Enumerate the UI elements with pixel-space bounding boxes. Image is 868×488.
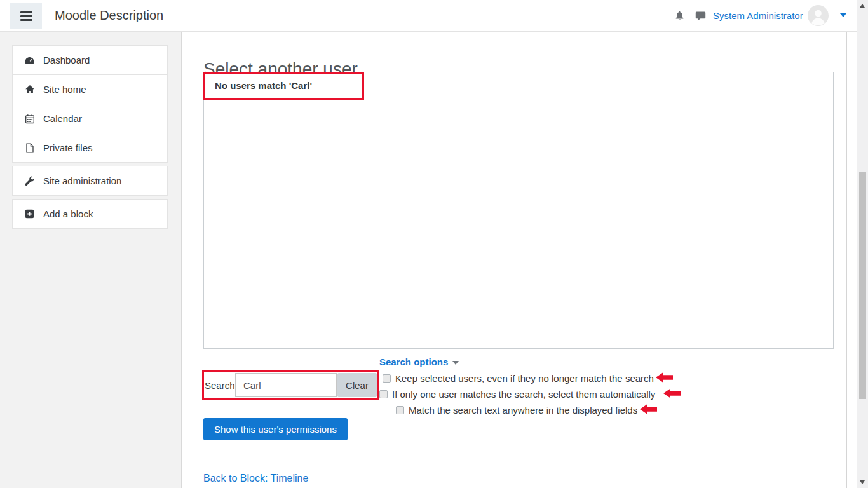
search-options-label: Search options bbox=[379, 356, 448, 367]
scrollbar-thumb[interactable] bbox=[859, 172, 866, 399]
no-users-match-message: No users match 'Carl' bbox=[215, 80, 312, 91]
annotation-arrow-left-icon bbox=[656, 372, 673, 384]
option-row-keep-selected: Keep selected users, even if they no lon… bbox=[383, 372, 673, 384]
user-menu-name[interactable]: System Administrator bbox=[713, 10, 803, 21]
chevron-down-icon bbox=[452, 361, 459, 365]
chat-icon[interactable] bbox=[695, 11, 707, 24]
avatar[interactable] bbox=[808, 5, 829, 26]
home-icon bbox=[24, 85, 35, 94]
keep-selected-checkbox[interactable] bbox=[383, 374, 391, 383]
show-permissions-button[interactable]: Show this user's permissions bbox=[203, 418, 348, 440]
sidebar-item-label: Calendar bbox=[43, 113, 82, 124]
vertical-scrollbar[interactable] bbox=[857, 0, 868, 488]
annotation-arrow-left-icon bbox=[663, 388, 681, 400]
checkbox-label: If only one user matches the search, sel… bbox=[392, 389, 655, 400]
wrench-icon bbox=[24, 176, 35, 186]
top-navbar: Moodle Description System Administrator bbox=[0, 0, 857, 32]
select-automatically-checkbox[interactable] bbox=[379, 390, 388, 398]
sidebar-item-add-a-block[interactable]: Add a block bbox=[12, 199, 168, 229]
search-input[interactable] bbox=[235, 373, 337, 397]
dashboard-icon bbox=[24, 55, 35, 65]
checkbox-label: Keep selected users, even if they no lon… bbox=[395, 373, 654, 384]
search-options-toggle[interactable]: Search options bbox=[379, 356, 459, 367]
checkbox-label: Match the search text anywhere in the di… bbox=[409, 405, 637, 416]
calendar-icon bbox=[24, 114, 35, 124]
site-title: Moodle Description bbox=[55, 8, 163, 23]
clear-button[interactable]: Clear bbox=[337, 373, 377, 397]
sidebar-item-label: Site home bbox=[43, 84, 86, 95]
user-list-box[interactable] bbox=[203, 72, 834, 349]
sidebar: Dashboard Site home bbox=[0, 32, 182, 488]
search-label: Search bbox=[205, 380, 235, 391]
sidebar-item-label: Dashboard bbox=[43, 55, 90, 65]
file-icon bbox=[24, 143, 35, 153]
sidebar-item-calendar[interactable]: Calendar bbox=[12, 104, 168, 133]
plus-square-icon bbox=[24, 209, 35, 219]
scroll-down-icon[interactable] bbox=[860, 480, 865, 484]
option-row-select-automatically: If only one user matches the search, sel… bbox=[379, 388, 681, 400]
sidebar-item-site-home[interactable]: Site home bbox=[12, 74, 168, 104]
main-content: Select another user No users match 'Carl… bbox=[182, 32, 847, 488]
option-row-match-anywhere: Match the search text anywhere in the di… bbox=[396, 404, 657, 416]
bell-icon[interactable] bbox=[674, 10, 685, 24]
caret-down-icon[interactable] bbox=[840, 13, 846, 17]
sidebar-item-dashboard[interactable]: Dashboard bbox=[12, 45, 168, 75]
match-anywhere-checkbox[interactable] bbox=[396, 406, 404, 414]
sidebar-item-label: Private files bbox=[43, 142, 93, 153]
sidebar-item-label: Site administration bbox=[43, 175, 121, 186]
back-to-block-link[interactable]: Back to Block: Timeline bbox=[203, 473, 308, 484]
sidebar-item-private-files[interactable]: Private files bbox=[12, 133, 168, 163]
scroll-up-icon[interactable] bbox=[860, 4, 865, 8]
sidebar-item-label: Add a block bbox=[43, 208, 93, 219]
annotation-arrow-left-icon bbox=[640, 404, 657, 416]
hamburger-menu-icon[interactable] bbox=[10, 3, 42, 29]
sidebar-item-site-administration[interactable]: Site administration bbox=[12, 166, 168, 196]
